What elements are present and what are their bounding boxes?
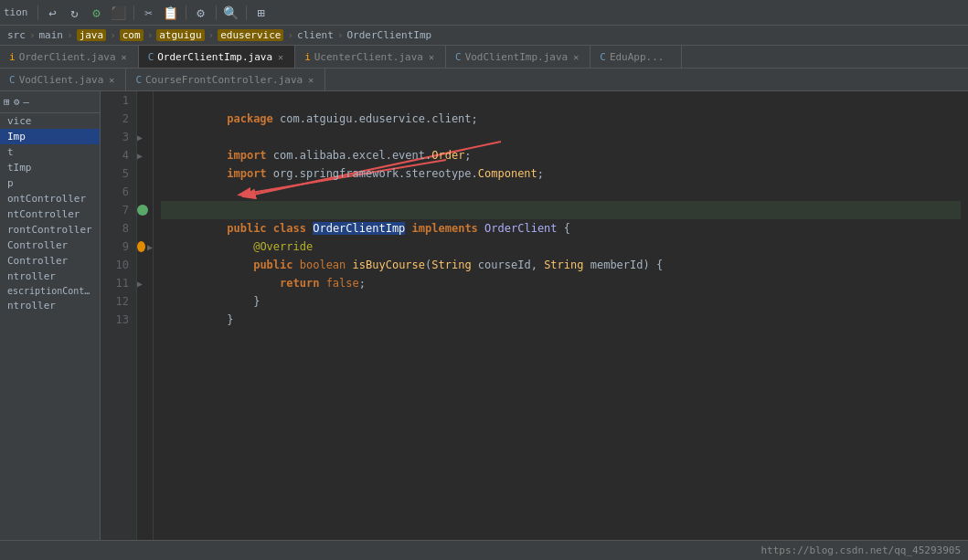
sidebar-item-ntcontroller[interactable]: ntController (0, 206, 100, 222)
ln-8: 8 (108, 219, 129, 238)
gutter-1 (137, 91, 153, 110)
code-line-5 (161, 164, 961, 183)
tabs-row1: i OrderClient.java ✕ C OrderClientImp.ja… (0, 46, 968, 68)
tab-label-eduapp: EduApp... (610, 51, 665, 63)
code-line-11: } (161, 274, 961, 292)
ln-6: 6 (108, 183, 129, 201)
toolbar-separator (37, 5, 38, 20)
editor[interactable]: 1 2 3 4 5 6 7 8 9 10 11 12 13 ▶ (101, 91, 968, 560)
code-content[interactable]: package com.atguigu.eduservice.client; i… (154, 91, 968, 560)
sidebar-item-ntroller2[interactable]: ntroller (0, 298, 100, 313)
sidebar-item-vice[interactable]: vice (0, 113, 100, 129)
bc-file[interactable]: OrderClientImp (346, 29, 431, 41)
code-line-3: import com.alibaba.excel.event.Order; (161, 128, 961, 146)
sidebar-item-imp[interactable]: Imp (0, 129, 100, 144)
toolbar-back-btn[interactable]: ↩ (44, 4, 62, 22)
breadcrumb: src › main › java › com › atguigu › edus… (0, 26, 968, 46)
gutter-3: ▶ (137, 128, 153, 146)
tab-icon-eduapp: C (600, 51, 606, 63)
main-layout: ⊞ ⚙ – vice Imp t tImp p ontController nt… (0, 91, 968, 560)
tab-vodclient[interactable]: C VodClient.java ✕ (0, 69, 126, 90)
sidebar-item-ntroller[interactable]: ntroller (0, 269, 100, 284)
toolbar-refresh-btn[interactable]: ↻ (66, 4, 84, 22)
gutter-11: ▶ (137, 274, 153, 292)
status-bar: https://blog.csdn.net/qq_45293905 (0, 540, 968, 560)
toolbar-label: tion (4, 6, 28, 18)
sidebar-toolbar: ⊞ ⚙ – (0, 91, 100, 113)
toolbar-cut-btn[interactable]: ✂ (140, 4, 158, 22)
tab-icon-ucenterclient: i (304, 51, 311, 63)
code-line-8: @Override (161, 219, 961, 238)
sidebar-item-escription[interactable]: escriptionControlle (0, 284, 100, 298)
sidebar-item-controller2[interactable]: Controller (0, 253, 100, 269)
gutter: ▶ ▶ ▶ ▶ (137, 91, 154, 560)
gutter-7 (137, 201, 153, 219)
code-area: 1 2 3 4 5 6 7 8 9 10 11 12 13 ▶ (101, 91, 968, 560)
sidebar-item-controller1[interactable]: Controller (0, 238, 100, 253)
tab-eduapp[interactable]: C EduApp... (590, 46, 682, 68)
tab-coursefrontcontroller[interactable]: C CourseFrontController.java ✕ (126, 69, 325, 90)
tab-close-orderclientimp[interactable]: ✕ (276, 51, 285, 63)
toolbar-search-btn[interactable]: 🔍 (222, 4, 240, 22)
main-toolbar: tion ↩ ↻ ⚙ ⬛ ✂ 📋 ⚙ 🔍 ⊞ (0, 0, 968, 26)
code-line-10: return false; (161, 256, 961, 274)
tab-close-orderclient[interactable]: ✕ (120, 51, 129, 63)
ln-11: 11 (108, 274, 129, 292)
ln-9: 9 (108, 238, 129, 256)
tab-label-orderclient: OrderClient.java (19, 51, 116, 63)
bc-main[interactable]: main (39, 29, 64, 41)
sidebar-item-t[interactable]: t (0, 144, 100, 160)
tab-label-ucenterclient: UcenterClient.java (314, 51, 423, 63)
tab-close-ucenterclient[interactable]: ✕ (427, 51, 436, 63)
tab-icon-coursefrontcontroller: C (135, 74, 142, 86)
bc-eduservice[interactable]: eduservice (218, 29, 283, 41)
bc-client[interactable]: client (297, 29, 334, 41)
tab-bar-row2: C VodClient.java ✕ C CourseFrontControll… (0, 69, 968, 91)
tab-bar-row1: i OrderClient.java ✕ C OrderClientImp.ja… (0, 46, 968, 69)
sidebar-item-timp[interactable]: tImp (0, 160, 100, 175)
status-url: https://blog.csdn.net/qq_45293905 (761, 544, 961, 556)
bc-com[interactable]: com (120, 29, 144, 41)
code-line-9: public boolean isBuyCourse(String course… (161, 238, 961, 256)
code-line-13 (161, 311, 961, 329)
toolbar-copy-btn[interactable]: 📋 (162, 4, 180, 22)
tab-orderclient[interactable]: i OrderClient.java ✕ (0, 46, 139, 68)
toolbar-settings-btn[interactable]: ⚙ (88, 4, 106, 22)
sidebar-item-rontcontroller[interactable]: rontController (0, 222, 100, 238)
tab-icon-orderclientimp: C (148, 51, 154, 63)
ln-3: 3 (108, 128, 129, 146)
toolbar-sep5 (246, 5, 247, 20)
tab-close-vodclient[interactable]: ✕ (107, 74, 116, 86)
toolbar-stop-btn[interactable]: ⬛ (110, 4, 128, 22)
sidebar-item-p[interactable]: p (0, 175, 100, 191)
bc-java[interactable]: java (77, 29, 107, 41)
gutter-6 (137, 183, 153, 201)
gutter-8 (137, 219, 153, 238)
gutter-2 (137, 110, 153, 128)
tab-orderclientimp[interactable]: C OrderClientImp.java ✕ (139, 46, 296, 68)
sidebar-item-ontcontroller[interactable]: ontController (0, 191, 100, 206)
bc-atguigu[interactable]: atguigu (156, 29, 204, 41)
ln-2: 2 (108, 110, 129, 128)
code-line-7: public class OrderClientImp implements O… (161, 201, 961, 219)
gutter-12 (137, 292, 153, 311)
sidebar-toolbar-icon3[interactable]: – (23, 96, 29, 108)
gutter-13 (137, 311, 153, 329)
code-line-4: import org.springframework.stereotype.Co… (161, 146, 961, 164)
tab-ucenterclient[interactable]: i UcenterClient.java ✕ (295, 46, 446, 68)
sidebar-toolbar-icon2[interactable]: ⚙ (14, 96, 20, 108)
warning-icon[interactable] (137, 241, 145, 252)
tab-close-vodclientimp[interactable]: ✕ (571, 51, 580, 63)
sidebar-toolbar-icon1[interactable]: ⊞ (4, 96, 10, 108)
ln-13: 13 (108, 311, 129, 329)
tab-close-coursefrontcontroller[interactable]: ✕ (306, 74, 315, 86)
toolbar-grid-btn[interactable]: ⊞ (252, 4, 271, 22)
sidebar: ⊞ ⚙ – vice Imp t tImp p ontController nt… (0, 91, 101, 560)
bc-src[interactable]: src (7, 29, 26, 41)
tab-vodclientimp[interactable]: C VodClientImp.java ✕ (446, 46, 590, 68)
code-line-1: package com.atguigu.eduservice.client; (161, 91, 961, 110)
tab-icon-vodclient: C (9, 74, 16, 86)
run-icon[interactable] (137, 205, 148, 216)
code-line-2 (161, 110, 961, 128)
toolbar-config-btn[interactable]: ⚙ (192, 4, 210, 22)
